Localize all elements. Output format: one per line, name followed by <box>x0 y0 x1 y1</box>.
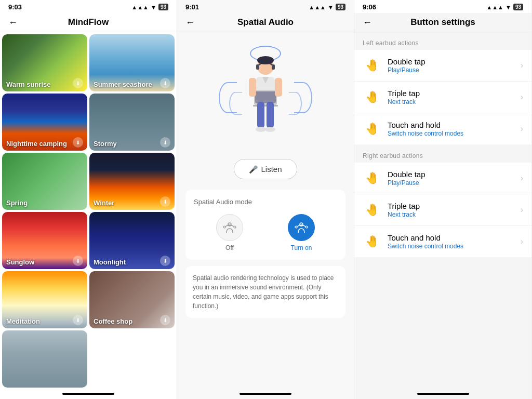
chevron-icon-1: › <box>521 61 523 70</box>
wifi-icon-1: ▼ <box>151 4 156 10</box>
mindflow-panel: 9:03 ▲▲▲ ▼ 93 ← MindFlow Warm sunrise ⬇ … <box>0 0 177 399</box>
left-triple-tap-text: Triple tap Next track <box>388 89 521 105</box>
left-double-tap-icon: 🤚 <box>363 56 381 75</box>
spatial-audio-title: Spatial Audio <box>237 17 294 28</box>
svg-rect-10 <box>257 102 264 128</box>
svg-point-19 <box>305 226 308 228</box>
right-touch-hold-subtitle: Switch noise control modes <box>388 243 521 250</box>
chevron-icon-2: › <box>521 92 523 102</box>
back-button-3[interactable]: ← <box>363 17 372 28</box>
left-actions-group: 🤚 Double tap Play/Pause › 🤚 Triple tap N… <box>354 50 531 144</box>
item-label-stormy: Stormy <box>94 140 117 148</box>
left-double-tap-subtitle: Play/Pause <box>388 66 521 74</box>
mic-icon: 🎤 <box>249 165 258 174</box>
item-label-coffee-shop: Coffee shop <box>94 317 132 325</box>
mode-label: Spatial Audio mode <box>194 198 337 206</box>
settings-content: Left earbud actions 🤚 Double tap Play/Pa… <box>354 32 531 389</box>
list-item[interactable]: Moonlight ⬇ <box>89 212 175 269</box>
hand-icon-6: 🤚 <box>365 235 379 248</box>
mode-off-label: Off <box>225 244 234 251</box>
signal-icon-1: ▲▲▲ <box>131 4 149 10</box>
spatial-audio-content: 🎤 Listen Spatial Audio mode <box>177 32 354 389</box>
list-item[interactable]: Nighttime camping ⬇ <box>2 94 87 151</box>
right-triple-tap-subtitle: Next track <box>388 211 521 218</box>
chevron-icon-6: › <box>521 237 523 246</box>
right-actions-group: 🤚 Double tap Play/Pause › 🤚 Triple tap N… <box>354 163 531 257</box>
mode-off[interactable]: Off <box>216 214 243 251</box>
list-item[interactable]: Stormy ⬇ <box>89 94 175 151</box>
list-item[interactable]: Spring <box>2 153 87 210</box>
dl-icon-warm-sunrise: ⬇ <box>73 78 83 88</box>
left-triple-tap-row[interactable]: 🤚 Triple tap Next track › <box>354 82 531 113</box>
item-label-summer-seashore: Summer seashore <box>94 81 152 88</box>
list-item[interactable]: Meditation ⬇ <box>2 271 87 328</box>
button-settings-header: ← Button settings <box>354 13 531 32</box>
list-item[interactable]: Warm sunrise ⬇ <box>2 34 87 91</box>
info-text: Spatial audio rendering technology is us… <box>193 273 338 311</box>
list-item[interactable]: Winter ⬇ <box>89 153 175 210</box>
list-item[interactable]: Sunglow ⬇ <box>2 212 87 269</box>
right-triple-tap-row[interactable]: 🤚 Triple tap Next track › <box>354 194 531 226</box>
right-double-tap-title: Double tap <box>388 170 521 179</box>
time-3: 9:06 <box>363 3 376 11</box>
right-triple-tap-title: Triple tap <box>388 202 521 210</box>
chevron-icon-3: › <box>521 124 523 134</box>
home-indicator-2 <box>240 393 291 395</box>
left-touch-hold-subtitle: Switch noise control modes <box>388 130 521 137</box>
spatial-figure <box>214 41 317 155</box>
svg-rect-2 <box>272 64 275 70</box>
mindflow-title: MindFlow <box>68 17 109 28</box>
svg-rect-11 <box>267 102 274 128</box>
time-2: 9:01 <box>185 3 199 11</box>
dl-icon-moonlight: ⬇ <box>160 256 170 266</box>
back-button-2[interactable]: ← <box>185 17 195 28</box>
home-bar-3 <box>354 389 531 399</box>
list-item[interactable] <box>2 330 87 388</box>
battery-1: 93 <box>158 4 168 10</box>
listen-button[interactable]: 🎤 Listen <box>234 159 297 179</box>
home-bar-1 <box>0 389 177 399</box>
home-bar-2 <box>177 389 354 399</box>
svg-rect-9 <box>275 78 282 97</box>
signal-icon-2: ▲▲▲ <box>309 4 326 10</box>
home-indicator-1 <box>62 393 114 395</box>
item-bg-last <box>2 330 87 388</box>
left-touch-hold-row[interactable]: 🤚 Touch and hold Switch noise control mo… <box>354 113 531 144</box>
item-label-winter: Winter <box>94 199 114 207</box>
mindflow-header: ← MindFlow <box>0 13 177 32</box>
wifi-icon-3: ▼ <box>506 4 511 10</box>
mode-section: Spatial Audio mode Off <box>185 190 345 260</box>
right-triple-tap-text: Triple tap Next track <box>388 202 521 218</box>
left-touch-hold-title: Touch and hold <box>388 121 521 129</box>
right-triple-tap-icon: 🤚 <box>363 201 381 219</box>
status-bar-1: 9:03 ▲▲▲ ▼ 93 <box>0 0 177 13</box>
hand-icon-4: 🤚 <box>365 171 379 185</box>
status-bar-3: 9:06 ▲▲▲ ▼ 93 <box>354 0 531 13</box>
chevron-icon-5: › <box>521 205 523 215</box>
list-item[interactable]: Summer seashore ⬇ <box>89 34 175 91</box>
dl-icon-sunglow: ⬇ <box>73 256 83 266</box>
left-double-tap-text: Double tap Play/Pause <box>388 57 521 74</box>
hand-icon-5: 🤚 <box>365 203 379 217</box>
item-label-spring: Spring <box>6 199 28 207</box>
listen-label: Listen <box>261 165 282 174</box>
svg-point-3 <box>257 56 274 64</box>
mode-turn-on[interactable]: Turn on <box>288 214 315 251</box>
battery-2: 93 <box>336 4 345 10</box>
dl-icon-winter: ⬇ <box>160 196 170 207</box>
right-touch-hold-row[interactable]: 🤚 Touch and hold Switch noise control mo… <box>354 226 531 257</box>
item-label-moonlight: Moonlight <box>94 258 126 266</box>
svg-point-18 <box>295 226 297 228</box>
button-settings-panel: 9:06 ▲▲▲ ▼ 93 ← Button settings Left ear… <box>354 0 531 399</box>
right-double-tap-row[interactable]: 🤚 Double tap Play/Pause › <box>354 163 531 194</box>
mode-options: Off Turn on <box>194 214 337 251</box>
back-button-1[interactable]: ← <box>8 17 18 28</box>
time-1: 9:03 <box>8 3 22 11</box>
list-item[interactable]: Coffee shop ⬇ <box>89 271 175 328</box>
right-double-tap-icon: 🤚 <box>363 169 381 188</box>
left-section-title: Left earbud actions <box>354 32 531 50</box>
left-triple-tap-title: Triple tap <box>388 89 521 98</box>
wifi-icon-2: ▼ <box>328 4 334 10</box>
spatial-audio-header: ← Spatial Audio <box>177 13 354 32</box>
left-double-tap-row[interactable]: 🤚 Double tap Play/Pause › <box>354 50 531 82</box>
